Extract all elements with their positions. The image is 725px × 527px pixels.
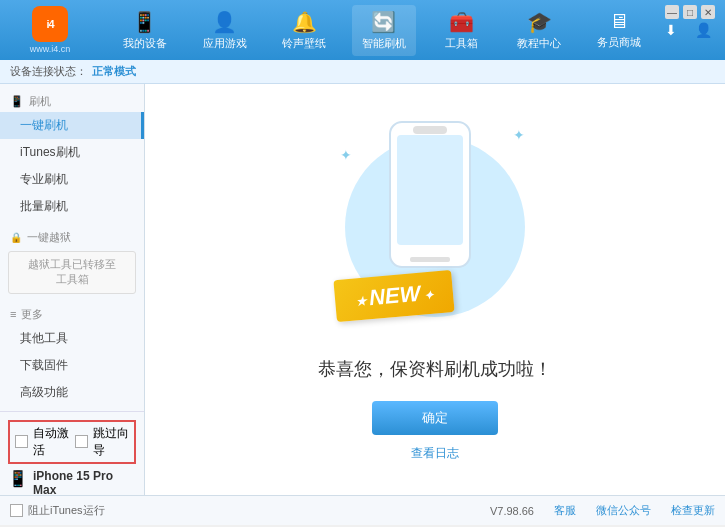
sidebar-section-rescue: 🔒 一键越狱 越狱工具已转移至工具箱 xyxy=(0,225,144,297)
sidebar-item-advanced[interactable]: 高级功能 xyxy=(0,379,144,406)
logo: i4 www.i4.cn xyxy=(10,6,90,54)
bottom-right: V7.98.66 客服 微信公众号 检查更新 xyxy=(490,503,715,518)
svg-rect-3 xyxy=(413,126,447,134)
sidebar-item-download-firmware[interactable]: 下载固件 xyxy=(0,352,144,379)
more-header-label: 更多 xyxy=(21,307,43,322)
header: i4 www.i4.cn 📱 我的设备 👤 应用游戏 🔔 铃声壁纸 🔄 智能刷机… xyxy=(0,0,725,60)
customer-service-link[interactable]: 客服 xyxy=(554,503,576,518)
success-illustration: ✦ ✦ NEW xyxy=(335,117,535,337)
sidebar-section-header-flash: 📱 刷机 xyxy=(0,89,144,112)
sidebar: 📱 刷机 一键刷机 iTunes刷机 专业刷机 批量刷机 🔒 一键越狱 越狱工具… xyxy=(0,84,145,495)
flash-header-label: 刷机 xyxy=(29,94,51,109)
sidebar-item-other-tools[interactable]: 其他工具 xyxy=(0,325,144,352)
header-right: ⬇ 👤 xyxy=(659,18,715,42)
auto-activate-label: 自动激活 xyxy=(33,425,70,459)
smart-flash-icon: 🔄 xyxy=(371,10,396,34)
sidebar-item-batch-flash[interactable]: 批量刷机 xyxy=(0,193,144,220)
nav-tutorial[interactable]: 🎓 教程中心 xyxy=(507,5,571,56)
nav-apps-games[interactable]: 👤 应用游戏 xyxy=(193,5,257,56)
close-button[interactable]: ✕ xyxy=(701,5,715,19)
sidebar-section-header-rescue: 🔒 一键越狱 xyxy=(0,225,144,248)
auto-activate-row: 自动激活 跳过向导 xyxy=(8,420,136,464)
version-text: V7.98.66 xyxy=(490,505,534,517)
success-text: 恭喜您，保资料刷机成功啦！ xyxy=(318,357,552,381)
log-link[interactable]: 查看日志 xyxy=(411,445,459,462)
phone-svg xyxy=(375,117,485,297)
sidebar-section-more: ≡ 更多 其他工具 下载固件 高级功能 xyxy=(0,302,144,406)
main-layout: 📱 刷机 一键刷机 iTunes刷机 专业刷机 批量刷机 🔒 一键越狱 越狱工具… xyxy=(0,84,725,495)
nav-ringtone[interactable]: 🔔 铃声壁纸 xyxy=(272,5,336,56)
bottom-left: 阻止iTunes运行 xyxy=(10,503,105,518)
nav-bar: 📱 我的设备 👤 应用游戏 🔔 铃声壁纸 🔄 智能刷机 🧰 工具箱 🎓 教程中心… xyxy=(105,5,659,56)
device-panel: 自动激活 跳过向导 📱 iPhone 15 Pro Max 512GB iPho… xyxy=(0,411,144,495)
sidebar-item-pro-flash[interactable]: 专业刷机 xyxy=(0,166,144,193)
svg-rect-2 xyxy=(410,257,450,262)
svg-rect-1 xyxy=(397,135,463,245)
lock-icon: 🔒 xyxy=(10,232,22,243)
tutorial-icon: 🎓 xyxy=(527,10,552,34)
device-info: 📱 iPhone 15 Pro Max 512GB iPhone xyxy=(8,469,136,495)
stop-itunes-label: 阻止iTunes运行 xyxy=(28,503,105,518)
window-controls: — □ ✕ xyxy=(665,5,715,19)
merchant-icon: 🖥 xyxy=(609,10,629,33)
maximize-button[interactable]: □ xyxy=(683,5,697,19)
disabled-note: 越狱工具已转移至工具箱 xyxy=(8,251,136,294)
device-details: iPhone 15 Pro Max 512GB iPhone xyxy=(33,469,136,495)
rescue-header-label: 一键越狱 xyxy=(27,230,71,245)
user-button[interactable]: 👤 xyxy=(691,18,715,42)
sidebar-item-one-key-flash[interactable]: 一键刷机 xyxy=(0,112,144,139)
check-update-link[interactable]: 检查更新 xyxy=(671,503,715,518)
my-device-icon: 📱 xyxy=(132,10,157,34)
status-bar: 设备连接状态： 正常模式 xyxy=(0,60,725,84)
download-button[interactable]: ⬇ xyxy=(659,18,683,42)
status-prefix: 设备连接状态： xyxy=(10,64,87,79)
logo-icon: i4 xyxy=(32,6,68,42)
bottom-bar: 阻止iTunes运行 V7.98.66 客服 微信公众号 检查更新 xyxy=(0,495,725,525)
logo-url: www.i4.cn xyxy=(30,44,71,54)
minimize-button[interactable]: — xyxy=(665,5,679,19)
ringtone-icon: 🔔 xyxy=(292,10,317,34)
more-header-icon: ≡ xyxy=(10,308,16,320)
device-icon: 📱 xyxy=(8,469,28,488)
sidebar-section-flash: 📱 刷机 一键刷机 iTunes刷机 专业刷机 批量刷机 xyxy=(0,89,144,220)
nav-toolbox[interactable]: 🧰 工具箱 xyxy=(432,5,492,56)
device-name: iPhone 15 Pro Max xyxy=(33,469,136,495)
wechat-link[interactable]: 微信公众号 xyxy=(596,503,651,518)
auto-activate-checkbox[interactable] xyxy=(15,435,28,448)
toolbox-icon: 🧰 xyxy=(449,10,474,34)
phone-container: ✦ ✦ NEW xyxy=(335,117,535,337)
confirm-button[interactable]: 确定 xyxy=(372,401,498,435)
sparkle-right: ✦ xyxy=(513,127,525,143)
sidebar-item-itunes-flash[interactable]: iTunes刷机 xyxy=(0,139,144,166)
sparkle-left: ✦ xyxy=(340,147,352,163)
guided-restore-checkbox[interactable] xyxy=(75,435,88,448)
apps-games-icon: 👤 xyxy=(212,10,237,34)
nav-smart-flash[interactable]: 🔄 智能刷机 xyxy=(352,5,416,56)
content-area: ✦ ✦ NEW 恭喜您，保资料刷机成功啦！ 确定 查看日志 xyxy=(145,84,725,495)
guided-restore-label: 跳过向导 xyxy=(93,425,130,459)
nav-my-device[interactable]: 📱 我的设备 xyxy=(113,5,177,56)
sidebar-section-header-more: ≡ 更多 xyxy=(0,302,144,325)
flash-header-icon: 📱 xyxy=(10,95,24,108)
status-value: 正常模式 xyxy=(92,64,136,79)
nav-merchant[interactable]: 🖥 务员商城 xyxy=(587,5,651,55)
stop-itunes-checkbox[interactable] xyxy=(10,504,23,517)
